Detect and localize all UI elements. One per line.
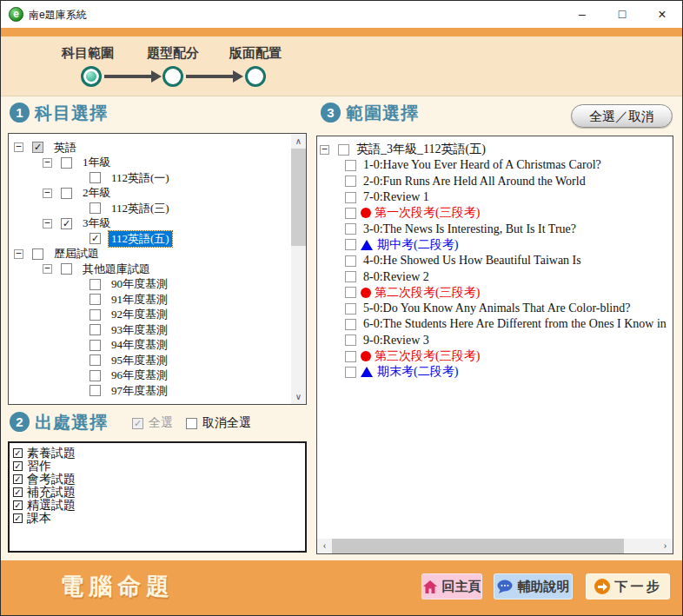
tree-label[interactable]: 8-0:Review 2 bbox=[361, 270, 432, 284]
tree-label[interactable]: 期中考(二段考) bbox=[375, 237, 461, 253]
tree-label[interactable]: 7-0:Review 1 bbox=[361, 190, 432, 204]
tree-checkbox[interactable] bbox=[90, 309, 101, 321]
tree-label[interactable]: 其他題庫試題 bbox=[80, 262, 153, 277]
tree-row[interactable]: 第二次段考(三段考) bbox=[317, 285, 673, 301]
tree-label[interactable]: 第三次段考(三段考) bbox=[372, 348, 482, 364]
tree-label[interactable]: 112英語(三) bbox=[109, 201, 172, 216]
tree-label[interactable]: 90年度基測 bbox=[109, 276, 170, 292]
tree-checkbox[interactable] bbox=[345, 192, 356, 203]
tree-checkbox[interactable] bbox=[345, 367, 356, 378]
source-checkbox[interactable]: ✓ bbox=[13, 487, 23, 497]
scrollbar-thumb[interactable] bbox=[291, 149, 306, 246]
tree-checkbox[interactable]: ✓ bbox=[32, 142, 43, 153]
select-all-checkbox[interactable]: ✓ bbox=[132, 418, 143, 429]
tree-row[interactable]: 2-0:Fun Runs Are Held All Around the Wor… bbox=[317, 174, 673, 189]
tree-checkbox[interactable] bbox=[345, 287, 356, 298]
tree-checkbox[interactable] bbox=[345, 271, 356, 282]
tree-row[interactable]: ✓112英語(五) bbox=[9, 231, 306, 247]
tree-label[interactable]: 94年度基測 bbox=[109, 337, 170, 353]
tree-row[interactable]: 8-0:Review 2 bbox=[317, 268, 673, 284]
tree-row[interactable]: 第一次段考(三段考) bbox=[317, 205, 673, 221]
tree-row[interactable]: −✓3年級 bbox=[9, 216, 306, 232]
source-list-item[interactable]: ✓課本 bbox=[10, 512, 305, 525]
tree-label[interactable]: 112英語(一) bbox=[109, 170, 172, 186]
tree-checkbox[interactable] bbox=[61, 188, 72, 199]
tree-row[interactable]: −其他題庫試題 bbox=[9, 262, 306, 277]
tree-row[interactable]: 6-0:The Students Here Are Different from… bbox=[317, 316, 673, 332]
tree-checkbox[interactable] bbox=[345, 176, 356, 187]
minimize-button[interactable]: – bbox=[562, 1, 602, 28]
tree-checkbox[interactable] bbox=[345, 239, 356, 250]
tree-row[interactable]: 90年度基測 bbox=[9, 277, 306, 293]
tree-checkbox[interactable] bbox=[61, 263, 72, 275]
collapse-icon[interactable]: − bbox=[43, 158, 52, 168]
collapse-icon[interactable]: − bbox=[14, 142, 23, 152]
select-all-checkbox-group[interactable]: ✓ 全選 bbox=[132, 415, 173, 431]
vertical-scrollbar[interactable]: ∧ ∨ bbox=[291, 134, 306, 404]
tree-row[interactable]: −英語_3年級_112英語(五) bbox=[317, 142, 673, 157]
tree-label[interactable]: 5-0:Do You Know Any Animals That Are Col… bbox=[361, 301, 633, 315]
tree-checkbox[interactable] bbox=[90, 172, 101, 183]
tree-checkbox[interactable] bbox=[345, 319, 356, 330]
tree-row[interactable]: −✓英語 bbox=[9, 140, 306, 156]
tree-row[interactable]: 期末考(二段考) bbox=[317, 364, 673, 380]
tree-row[interactable]: 112英語(三) bbox=[9, 201, 306, 216]
maximize-button[interactable]: □ bbox=[602, 1, 642, 28]
next-step-button[interactable]: 下一步 bbox=[586, 573, 670, 599]
tree-label[interactable]: 2年級 bbox=[80, 185, 114, 201]
tree-label[interactable]: 3年級 bbox=[80, 215, 114, 231]
tree-row[interactable]: 91年度基測 bbox=[9, 292, 306, 308]
tree-row[interactable]: 4-0:He Showed Us How Beautiful Taiwan Is bbox=[317, 253, 673, 268]
tree-checkbox[interactable] bbox=[345, 351, 356, 362]
tree-label[interactable]: 4-0:He Showed Us How Beautiful Taiwan Is bbox=[361, 254, 584, 268]
collapse-icon[interactable]: − bbox=[14, 249, 23, 259]
step-circle-2[interactable] bbox=[162, 66, 183, 87]
tree-label[interactable]: 1-0:Have You Ever Heard of A Christmas C… bbox=[361, 158, 604, 172]
tree-row[interactable]: 3-0:The News Is Interesting, But Is It T… bbox=[317, 221, 673, 236]
tree-row[interactable]: 97年度基測 bbox=[9, 383, 306, 399]
tree-row[interactable]: 95年度基測 bbox=[9, 353, 306, 368]
tree-checkbox[interactable] bbox=[345, 160, 356, 171]
tree-checkbox[interactable] bbox=[345, 334, 356, 346]
tree-checkbox[interactable] bbox=[345, 255, 356, 267]
tree-checkbox[interactable] bbox=[345, 208, 356, 219]
tree-label[interactable]: 93年度基測 bbox=[109, 322, 170, 338]
step-circle-1-active[interactable] bbox=[81, 66, 102, 87]
collapse-icon[interactable]: − bbox=[43, 264, 52, 274]
tree-checkbox[interactable] bbox=[90, 354, 101, 366]
tree-label[interactable]: 6-0:The Students Here Are Different from… bbox=[361, 317, 669, 331]
home-button[interactable]: 回主頁 bbox=[421, 573, 482, 599]
tree-checkbox[interactable] bbox=[90, 324, 101, 335]
source-checkbox[interactable]: ✓ bbox=[13, 513, 23, 523]
source-checkbox[interactable]: ✓ bbox=[13, 461, 23, 471]
scrollbar-thumb[interactable] bbox=[332, 539, 624, 553]
tree-row[interactable]: 5-0:Do You Know Any Animals That Are Col… bbox=[317, 301, 673, 316]
horizontal-scrollbar[interactable]: ‹ › bbox=[317, 539, 673, 553]
tree-row[interactable]: 94年度基測 bbox=[9, 338, 306, 354]
tree-checkbox[interactable] bbox=[90, 340, 101, 351]
tree-label[interactable]: 2-0:Fun Runs Are Held All Around the Wor… bbox=[361, 175, 588, 189]
tree-label[interactable]: 第一次段考(三段考) bbox=[372, 205, 482, 221]
collapse-icon[interactable]: − bbox=[320, 145, 329, 155]
tree-row[interactable]: 1-0:Have You Ever Heard of A Christmas C… bbox=[317, 157, 673, 173]
tree-label[interactable]: 9-0:Review 3 bbox=[361, 334, 432, 348]
close-button[interactable]: × bbox=[642, 1, 682, 28]
tree-label[interactable]: 英語 bbox=[51, 140, 79, 156]
tree-row[interactable]: 92年度基測 bbox=[9, 308, 306, 323]
tree-label[interactable]: 112英語(五) bbox=[109, 231, 172, 247]
tree-checkbox[interactable] bbox=[90, 370, 101, 381]
step-circle-3[interactable] bbox=[245, 66, 266, 87]
tree-label[interactable]: 95年度基測 bbox=[109, 353, 170, 368]
tree-checkbox[interactable] bbox=[32, 248, 43, 260]
source-list-item[interactable]: ✓精選試題 bbox=[10, 499, 305, 512]
help-button[interactable]: 輔助說明 bbox=[494, 573, 573, 599]
tree-checkbox[interactable]: ✓ bbox=[61, 218, 72, 229]
tree-checkbox[interactable] bbox=[90, 202, 101, 214]
source-list-item[interactable]: ✓素養試題 bbox=[10, 447, 305, 460]
tree-row[interactable]: 期中考(二段考) bbox=[317, 237, 673, 253]
tree-label[interactable]: 期末考(二段考) bbox=[375, 364, 461, 380]
source-checkbox[interactable]: ✓ bbox=[13, 500, 23, 510]
scroll-left-icon[interactable]: ‹ bbox=[317, 539, 332, 553]
source-checkbox[interactable]: ✓ bbox=[13, 448, 23, 458]
tree-checkbox[interactable] bbox=[61, 157, 72, 169]
